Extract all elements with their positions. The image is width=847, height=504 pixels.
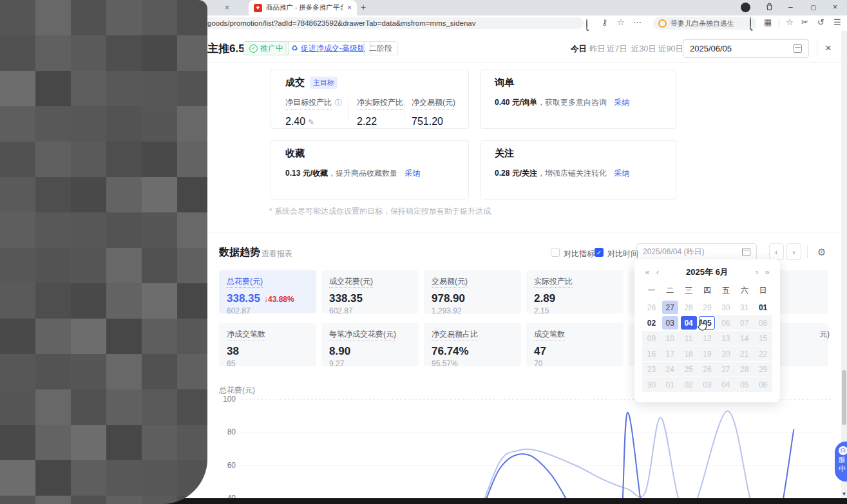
metric-tile-3[interactable]: 实际投产比2.892.15 (526, 270, 623, 313)
calendar-day-30: 30 (642, 377, 661, 392)
calendar-day-22: 22 (754, 346, 772, 361)
tile-value: 47 (534, 345, 546, 358)
tile-label: 实际投产比 (534, 276, 573, 288)
metric-tile-6[interactable]: 净成交笔数3865 (219, 323, 316, 366)
calendar-day-11: 11 (680, 331, 698, 346)
tile-compare-value: 95.57% (432, 359, 513, 368)
tile-value: 2.89 (534, 292, 555, 305)
favorites-add-icon[interactable]: ☆ (786, 18, 794, 26)
view-report-link[interactable]: 查看报表 (262, 248, 292, 259)
tile-label: 净成交笔数 (227, 329, 265, 341)
calendar-day-04[interactable]: 04 (680, 315, 698, 330)
adopt-link[interactable]: 采纳 (404, 169, 420, 178)
more-actions-icon[interactable]: ⋯ (633, 18, 642, 26)
prev-day-button[interactable]: ‹ (769, 243, 784, 260)
key-icon[interactable]: ⚷ (602, 18, 608, 26)
tile-compare-value: 65 (227, 359, 309, 368)
date-picker-input[interactable]: 2025/06/05 (683, 39, 809, 58)
browser-extra-icon[interactable] (765, 3, 774, 13)
calendar-day-15: 15 (754, 331, 772, 346)
customer-service-widget[interactable]: ☊ 服中 (835, 442, 847, 481)
section-divider (205, 232, 847, 232)
drawer-close-icon[interactable]: × (825, 42, 832, 55)
next-year-icon[interactable]: » (762, 268, 772, 277)
browser-profile-avatar[interactable] (741, 3, 750, 12)
date-preset-1[interactable]: 昨日 (589, 44, 605, 55)
plan-type-link[interactable]: ♻ 促进净成交-高级版 (285, 41, 371, 55)
date-preset-2[interactable]: 近7日 (607, 44, 627, 55)
calendar-icon (794, 44, 802, 53)
weekday-label: 六 (735, 285, 754, 296)
goal-card-follow: 关注 0.28 元/关注，增强店铺关注转化 采纳 (480, 140, 676, 200)
date-preset-4[interactable]: 近90日 (658, 44, 683, 55)
adopt-link[interactable]: 采纳 (614, 98, 629, 107)
calendar-day-27[interactable]: 27 (661, 300, 680, 315)
calendar-day-26: 26 (642, 300, 661, 315)
calendar-day-06: 06 (716, 315, 735, 330)
calendar-day-30: 30 (716, 300, 735, 315)
calendar-weekday-row: 一二三四五六日 (642, 285, 772, 296)
tile-value: 76.74% (432, 345, 469, 358)
calendar-day-21: 21 (735, 346, 754, 361)
prev-year-icon[interactable]: « (642, 268, 652, 277)
prev-month-icon[interactable]: ‹ (652, 268, 663, 277)
tile-value: 338.35 (329, 292, 363, 305)
metric-tile-7[interactable]: 每笔净成交花费(元)8.909.27 (321, 323, 419, 366)
undo-icon[interactable]: ↺ (817, 18, 824, 26)
calendar-day-07: 07 (735, 315, 754, 330)
window-close-button[interactable]: × (833, 3, 837, 12)
metric-actual-roi: 净实际投产比 2.22 (357, 96, 403, 127)
calendar-day-03[interactable]: 03 (661, 315, 680, 330)
quick-search-box[interactable]: 带妻儿自杀独自逃生 (653, 17, 756, 30)
window-restore-button[interactable]: ▢ (810, 4, 816, 11)
tile-delta-down: ↓43.88% (264, 295, 294, 304)
calendar-day-28: 28 (735, 362, 754, 377)
url-text: goods/promotion/list?adId=7848623592&dra… (207, 19, 476, 27)
edit-icon[interactable]: ✎ (308, 118, 314, 127)
bookmark-star-icon[interactable]: ☆ (617, 18, 625, 26)
toolbar-divider (779, 19, 779, 28)
tile-compare-value: 1,293.92 (432, 306, 513, 315)
goal-card-deal: 成交 主目标 净目标投产比 ⓘ 2.40✎ 净实际投产比 2.22 净交易额(元… (271, 70, 469, 129)
window-minimize-button[interactable]: – (788, 3, 793, 12)
metric-tile-0[interactable]: 总花费(元)338.35↓43.88%602.87 (219, 270, 316, 313)
tile-label: 总花费(元) (227, 276, 263, 288)
metric-tile-2[interactable]: 交易额(元)978.901,293.92 (424, 270, 521, 313)
adopt-link[interactable]: 采纳 (614, 169, 629, 178)
metric-tile-1[interactable]: 成交花费(元)338.35602.87 (321, 270, 419, 313)
apps-grid-icon[interactable]: ▦ (764, 18, 772, 26)
trend-line-chart[interactable] (213, 394, 841, 498)
address-bar[interactable]: goods/promotion/list?adId=7848623592&dra… (202, 17, 584, 29)
calendar-day-01[interactable]: 01 (754, 300, 772, 315)
calendar-day-09: 09 (642, 331, 661, 346)
background-tab-close-icon[interactable]: × (225, 3, 229, 12)
menu-icon[interactable]: ☰ (833, 18, 841, 26)
compare-date-input[interactable]: 2025/06/04 (昨日) (636, 243, 757, 260)
scrollbar-down-arrow[interactable]: ▾ (841, 490, 847, 497)
compare-date-value: 2025/06/04 (昨日) (643, 247, 704, 257)
date-preset-0[interactable]: 今日 (571, 44, 587, 55)
info-icon[interactable]: ⓘ (334, 98, 341, 106)
metric-tile-9[interactable]: 成交笔数4770 (526, 323, 623, 366)
gear-icon[interactable]: ⚙ (817, 247, 826, 258)
compare-time-checkbox[interactable]: ✓ (595, 248, 604, 257)
scrollbar-thumb[interactable] (842, 370, 846, 425)
next-day-button[interactable]: › (786, 243, 801, 260)
compare-metric-checkbox[interactable] (551, 248, 560, 257)
tile-compare-value: 70 (534, 359, 616, 368)
tab-close-icon[interactable]: × (347, 4, 352, 12)
tile-compare-value: 602.87 (227, 306, 309, 315)
calendar-popover: « ‹ 2025年 6月 › » 一二三四五六日 262728293031010… (634, 259, 780, 402)
next-month-icon[interactable]: › (752, 268, 762, 277)
calendar-month-title[interactable]: 2025年 6月 (663, 266, 752, 278)
zoom-search-icon[interactable] (586, 20, 587, 28)
scrollbar-track[interactable] (841, 31, 847, 504)
new-tab-button[interactable]: + (361, 2, 366, 12)
date-preset-3[interactable]: 近30日 (631, 44, 656, 55)
active-tab[interactable]: ♥ 商品推广 - 拼多多推广平台 × (249, 0, 357, 15)
chat-widget-text: 服 (839, 456, 846, 464)
screenshot-scissors-icon[interactable]: ✂ (801, 18, 808, 26)
weekday-label: 一 (642, 285, 661, 296)
calendar-day-02[interactable]: 02 (642, 315, 661, 330)
metric-tile-8[interactable]: 净交易额占比76.74%95.57% (424, 323, 521, 366)
